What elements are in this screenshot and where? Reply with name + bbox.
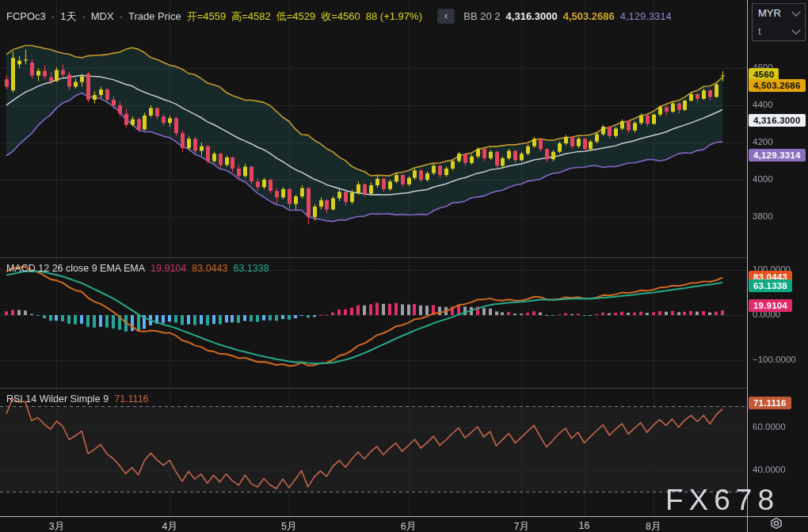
axis-badge: 19.9104 [749, 299, 792, 312]
axis-badge: 4,316.3000 [749, 114, 806, 127]
ohlc-open: 开=4559 [187, 10, 227, 24]
bb-upper-value: 4,503.2686 [563, 10, 615, 22]
macd-signal-value: 63.1338 [233, 263, 269, 274]
currency-dropdown[interactable]: MYR [753, 4, 805, 22]
separator-dot: · [120, 10, 123, 22]
rsi-tick-label: 40.0000 [753, 465, 786, 474]
unit-dropdown[interactable]: t [753, 22, 805, 40]
change-value: 88 (+1.97%) [366, 10, 422, 22]
currency-value: MYR [758, 7, 781, 19]
gear-icon[interactable] [769, 517, 783, 530]
chevron-down-icon [791, 25, 800, 34]
separator-dot: · [51, 10, 55, 22]
bb-basis-value: 4,316.3000 [506, 10, 558, 22]
bb-indicator-label: BB 20 2 [463, 10, 500, 22]
time-tick-label: 4月 [162, 520, 177, 532]
chevron-down-icon [791, 7, 800, 16]
series-type-label: Trade Price [128, 10, 181, 22]
axis-badge: 71.1116 [749, 397, 791, 409]
trading-chart-app: { "header": { "symbol": "FCPOc3", "sep1"… [0, 0, 808, 532]
rsi-label: RSI 14 Wilder Simple 9 [6, 393, 109, 405]
ohlc-low: 低=4529 [276, 10, 316, 24]
time-tick-label: 8月 [646, 520, 661, 532]
rsi-value: 71.1116 [114, 393, 148, 405]
axis-badge: 63.1338 [749, 279, 792, 292]
price-tick-label: 4200 [753, 137, 773, 146]
time-tick-label: 3月 [49, 520, 64, 532]
ohlc-close: 收=4560 [321, 10, 360, 24]
collapse-indicator-button[interactable]: ‹ [437, 9, 455, 24]
macd-label: MACD 12 26 close 9 EMA EMA [6, 263, 145, 274]
exchange-label: MDX [91, 10, 114, 22]
price-tick-label: 3800 [753, 211, 773, 221]
time-tick-label: 7月 [514, 520, 529, 532]
unit-value: t [758, 25, 761, 37]
time-tick-label: 16 [579, 520, 590, 531]
macd-hist-value: 19.9104 [151, 263, 186, 274]
time-tick-label: 6月 [401, 520, 416, 532]
axis-badge: 4,129.3314 [749, 149, 806, 162]
watermark: FX678 [665, 484, 779, 517]
interval-label: 1天 [60, 10, 76, 24]
bb-lower-value: 4,129.3314 [620, 10, 672, 22]
rsi-header: RSI 14 Wilder Simple 9 71.1116 [6, 393, 149, 405]
symbol-header: FCPOc3 · 1天 · MDX · Trade Price 开=4559 高… [6, 9, 672, 24]
time-tick-label: 5月 [281, 520, 296, 532]
rsi-tick-label: 60.0000 [753, 422, 786, 431]
ohlc-high: 高=4582 [231, 10, 271, 24]
symbol-name: FCPOc3 [6, 10, 46, 22]
price-tick-label: 4400 [753, 100, 773, 109]
macd-tick-label: −100.0000 [753, 355, 796, 364]
axis-badge: 4,503.2686 [749, 79, 806, 92]
axis-unit-controls: MYR t [752, 3, 806, 41]
price-tick-label: 4000 [753, 174, 773, 184]
macd-line-value: 83.0443 [192, 263, 227, 274]
separator-dot: · [82, 10, 85, 22]
macd-header: MACD 12 26 close 9 EMA EMA 19.9104 83.04… [6, 263, 269, 274]
